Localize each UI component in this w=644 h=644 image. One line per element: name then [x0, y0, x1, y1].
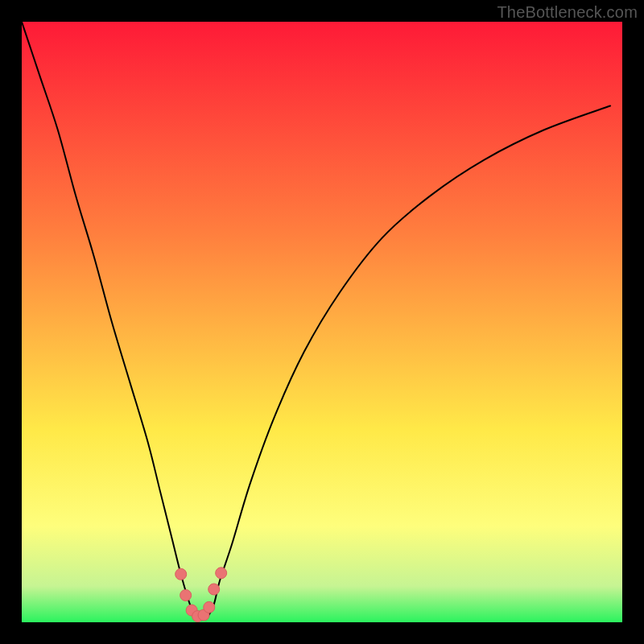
marker-dot — [180, 589, 192, 601]
plot-area — [22, 22, 622, 622]
watermark-text: TheBottleneck.com — [497, 3, 638, 22]
marker-dot — [204, 601, 215, 613]
marker-dot — [208, 584, 220, 595]
chart-frame: TheBottleneck.com — [0, 0, 644, 644]
chart-svg — [22, 22, 622, 622]
marker-dot — [175, 568, 187, 580]
marker-dot — [216, 568, 227, 579]
